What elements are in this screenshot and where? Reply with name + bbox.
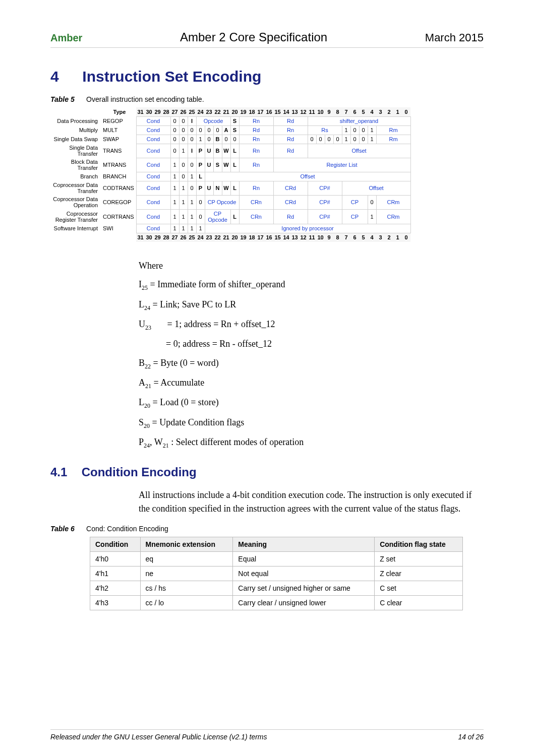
where-block: Where I25 = Immediate form of shifter_op…	[139, 260, 484, 450]
bitfield-cell: 1	[170, 181, 179, 195]
bitfield-cell: P	[196, 158, 205, 172]
bitfield-cell: shifter_operand	[308, 116, 410, 125]
bitfield-cell: P	[196, 144, 205, 158]
bitfield-cell: Rn	[239, 181, 273, 195]
bitfield-cell: Rm	[376, 135, 410, 144]
bitfield-cell: 0	[188, 135, 196, 144]
bitfield-cell: 0	[205, 135, 213, 144]
cond-cell: Z clear	[375, 566, 463, 581]
bitfield-cell: 0	[308, 135, 316, 144]
bitfield-cell: Rd	[273, 144, 308, 158]
where-line: P24, W21 : Select different modes of ope…	[139, 436, 484, 450]
bitfield-cell: B	[213, 135, 222, 144]
bit-footer: 0	[402, 233, 410, 242]
bit-header: 21	[222, 107, 230, 116]
bit-header: 31	[136, 107, 145, 116]
bit-footer: 5	[359, 233, 368, 242]
bit-header: 8	[333, 107, 342, 116]
footer-page: 14 of 26	[458, 733, 484, 741]
bitfield-cell: 1	[170, 158, 179, 172]
row-label: Data Processing	[50, 116, 101, 125]
bit-header: 0	[402, 107, 410, 116]
bitfield-cell: CP	[342, 209, 368, 224]
bitfield-cell: P	[196, 181, 205, 195]
bitfield-cell: CRn	[239, 195, 273, 209]
bitfield-cell: 0	[205, 125, 213, 135]
footer-license: Released under the GNU Lesser General Pu…	[50, 733, 267, 741]
bitfield-cell: 1	[368, 209, 376, 224]
cond-cell: Carry set / unsigned higher or same	[233, 581, 375, 595]
bit-header: 28	[162, 107, 170, 116]
bitfield-cell: W	[222, 144, 230, 158]
row-type: COREGOP	[101, 195, 136, 209]
bitfield-cell: CP#	[308, 181, 342, 195]
bitfield-cell: A	[222, 125, 230, 135]
bit-footer: 22	[213, 233, 222, 242]
bitfield-cell: CRn	[239, 209, 273, 224]
cond-cell: Not equal	[233, 566, 375, 581]
cond-cell: 4'h1	[90, 566, 141, 581]
bit-header: 17	[256, 107, 265, 116]
bitfield-cell: W	[222, 158, 230, 172]
where-line: B22 = Byte (0 = word)	[139, 357, 484, 370]
page-header: Amber Amber 2 Core Specification March 2…	[50, 30, 484, 48]
bitfield-cell: Rd	[273, 116, 308, 125]
bit-footer: 26	[179, 233, 188, 242]
bit-footer: 7	[342, 233, 350, 242]
bitfield-cell: Cond	[136, 158, 170, 172]
bitfield-cell: 0	[188, 181, 196, 195]
bit-header: 19	[239, 107, 248, 116]
section-4-1-body: All instructions include a 4-bit conditi…	[139, 488, 484, 516]
bitfield-cell: CP	[342, 195, 368, 209]
bitfield-cell: 0	[179, 158, 188, 172]
bit-footer: 17	[256, 233, 265, 242]
bitfield-cell: 0	[368, 195, 376, 209]
bitfield-cell: Cond	[136, 125, 170, 135]
bit-header: 22	[213, 107, 222, 116]
cond-cell: C clear	[375, 595, 463, 610]
bit-header: 20	[230, 107, 239, 116]
bitfield-cell: I	[188, 144, 196, 158]
where-line: = 0; address = Rn - offset_12	[139, 338, 484, 350]
bit-header: 15	[273, 107, 282, 116]
bitfield-cell: Cond	[136, 195, 170, 209]
bitfield-cell: 0	[196, 125, 205, 135]
bit-header: 16	[265, 107, 273, 116]
row-label: Block Data Transfer	[50, 158, 101, 172]
doc-date: March 2015	[425, 31, 484, 44]
cond-cell: Carry clear / unsigned lower	[233, 595, 375, 610]
bit-footer: 18	[248, 233, 256, 242]
bitfield-cell: 1	[188, 172, 196, 181]
bitfield-cell: U	[205, 144, 213, 158]
bitfield-cell: 1	[196, 224, 205, 233]
row-label: Multiply	[50, 125, 101, 135]
row-type: TRANS	[101, 144, 136, 158]
bitfield-cell: 0	[213, 125, 222, 135]
row-label: Coprocessor Register Transfer	[50, 209, 101, 224]
bitfield-cell: 0	[170, 125, 179, 135]
bit-header: 5	[359, 107, 368, 116]
row-label: Coprocessor Data Operation	[50, 195, 101, 209]
bit-header: 1	[393, 107, 402, 116]
bitfield-cell: L	[196, 172, 205, 181]
bitfield-cell: 1	[179, 209, 188, 224]
cond-row: 4'h3cc / loCarry clear / unsigned lowerC…	[90, 595, 463, 610]
table6: ConditionMnemonic extensionMeaningCondit…	[90, 537, 463, 610]
bit-header: 24	[196, 107, 205, 116]
row-type: CODTRANS	[101, 181, 136, 195]
bitfield-cell: Rm	[376, 125, 410, 135]
bit-header: 29	[153, 107, 162, 116]
table6-caption: Table 6 Cond: Condition Encoding	[50, 525, 484, 533]
bitfield-cell: Cond	[136, 224, 170, 233]
bit-header: 2	[385, 107, 393, 116]
bitfield-cell: Rn	[239, 144, 273, 158]
encoding-row: MultiplyMULTCond000000ASRdRnRs1001Rm	[50, 125, 410, 135]
where-line: S20 = Update Condition flags	[139, 416, 484, 430]
row-type: BRANCH	[101, 172, 136, 181]
bitfield-cell: CRd	[273, 195, 308, 209]
bitfield-cell: Offset	[308, 144, 410, 158]
cond-row: 4'h1neNot equalZ clear	[90, 566, 463, 581]
bitfield-cell: N	[213, 181, 222, 195]
bitfield-cell: Cond	[136, 209, 170, 224]
cond-cell: 4'h0	[90, 551, 141, 566]
